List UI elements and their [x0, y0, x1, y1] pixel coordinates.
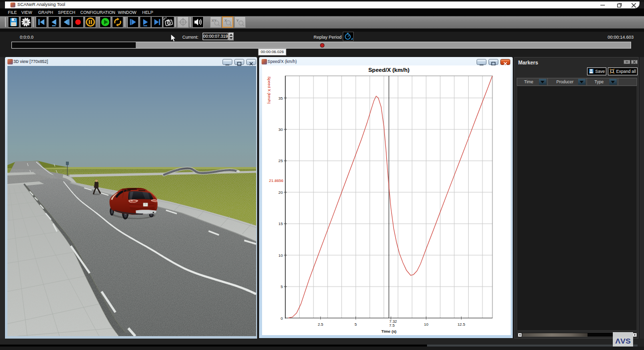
svg-text:10: 10: [424, 322, 429, 327]
svg-text:XY: XY: [212, 18, 216, 23]
svg-text:15: 15: [278, 222, 283, 226]
svg-text:25: 25: [278, 159, 283, 163]
svg-text:30: 30: [278, 127, 283, 132]
svg-text:Speed X (km/h): Speed X (km/h): [267, 76, 271, 104]
svg-text:Speed/X (km/h): Speed/X (km/h): [368, 67, 409, 73]
svg-text:0: 0: [281, 316, 283, 321]
svg-text:12.5: 12.5: [457, 322, 465, 327]
svg-text:5: 5: [355, 322, 357, 327]
svg-text:21.8656: 21.8656: [269, 178, 283, 183]
svg-text:35: 35: [278, 96, 283, 101]
svg-text:Y: Y: [236, 18, 239, 23]
svg-text:20: 20: [278, 190, 283, 195]
svg-text:7.32: 7.32: [389, 319, 397, 324]
svg-text:10: 10: [278, 253, 283, 258]
svg-text:5: 5: [281, 285, 283, 289]
svg-text:2.5: 2.5: [318, 322, 323, 327]
svg-text:Time (s): Time (s): [381, 329, 397, 334]
